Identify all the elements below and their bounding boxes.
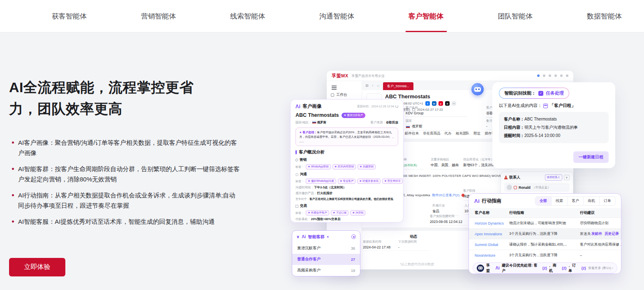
tag-pill[interactable]: ★ 高频营销 [358,164,376,169]
profile-card-title: 客户画像 [302,103,321,109]
sidebar-item-workbench[interactable]: 工作台 [327,90,362,100]
summary-label: ★ 客户总结： [299,131,317,134]
contacts-title: 联系人 [509,175,520,180]
open-document-tab[interactable]: 客户_559988... [383,82,413,90]
field-industry: 所属行业 食品 [432,204,459,216]
col-action-advice: 行动建议 [580,210,621,216]
view-more-link[interactable]: 查看更多 (剩10) › [588,266,613,270]
tag-pill[interactable]: ★ 专业客户 [338,179,356,184]
trade-field: 付款条款：20%预收+80%交单后 [295,217,398,221]
nav-tab-communication[interactable]: 沟通智能体 [316,0,358,32]
filter-tab-opportunity[interactable]: 商机 [583,197,599,205]
gear-icon[interactable] [351,234,356,239]
nearby-customers-link[interactable]: 附件20公里客户(2) [432,193,459,197]
action-guide-title: 行动指南 [482,197,501,204]
feature-item-profile: AI客户画像：聚合营销/沟通/订单等客户相关数据，提取客户特征生成可视化的客户画… [9,137,240,158]
tag-pill[interactable]: ★ 偏好WhatsApp沟通 [306,179,336,184]
filter-tab-all[interactable]: 全部 [536,197,551,205]
ai-assistant-avatar[interactable] [471,83,484,95]
refresh-icon[interactable] [395,105,398,108]
nav-tab-data[interactable]: 数据智能体 [584,0,625,32]
nav-tab-marketing[interactable]: 营销智能体 [138,0,179,32]
contacts-panel: 联系人 推荐联系人 + Ronald （市场总监） [501,172,573,196]
profile-section-title: 客户概况分析 [295,149,398,155]
tag-pill[interactable]: ★ 有竞争对手 [382,179,403,184]
tab-nearby[interactable]: 附近 [474,131,481,136]
window-toolbar-icons[interactable] [537,74,568,77]
segment-row-normal[interactable]: 普通合作客户27 [292,254,360,265]
tab-todo[interactable]: 代办 [445,131,452,136]
field-label: 国家 [406,119,467,123]
recommend-tag: (推荐联系) [404,163,417,167]
nav-tab-acquisition[interactable]: 获客智能体 [48,0,90,32]
table-row[interactable]: Summit Global 请确认报价，预计采购金额$1,400,... 客户对… [469,239,621,250]
app-logo: 孚盟MX [332,73,349,79]
tag-pill[interactable]: ★ 长期合作客户 [306,210,329,216]
contact-name: Ronald [519,186,531,190]
sparkle-icon: ★ [327,235,329,239]
add-contact-button[interactable]: + [564,175,570,180]
linkedin-icon[interactable]: in [432,101,436,106]
tab-emails[interactable]: 邮件往来 [405,131,419,136]
nav-tab-team[interactable]: 团队智能体 [494,0,536,32]
russia-flag-icon [312,121,316,124]
field-customer-name: 客户名称 KDV Group [406,106,467,117]
back-icon[interactable]: ‹ [372,84,374,88]
ai-skill-card: 智能识别技能： ✓ 任务处理 以下是AI生成的内容： 「客户日程」 客户名称：A… [492,82,615,168]
checkbox-icon: ✓ [538,91,543,96]
menu-icon[interactable] [332,87,337,88]
schedule-field: 日程内容：明天上午与客户沟通物流的事 [504,123,604,132]
ai-logo-icon: Λi [474,198,480,204]
field-country: 国家 俄罗斯 [406,119,467,131]
try-now-button[interactable]: 立即体验 [9,258,65,276]
tab-products[interactable]: 非在库商品 [423,131,441,136]
field-value: KDV Group [406,111,467,117]
profile-country: 国家/地区：俄罗斯 [295,121,326,125]
segment-row-frequent[interactable]: 高频采购客户19 [292,265,360,276]
table-row[interactable]: Apex Innovations 3个月无采购行为，活跃度下降 发送关 发邮件 … [469,228,621,239]
tag-pill[interactable]: ★ 对服务要求高 [357,179,381,184]
tags-label: 标签： [295,165,304,169]
filter-tab-customer[interactable]: 客户 [567,197,583,205]
filter-tab-order[interactable]: 订单 [599,197,615,205]
demo-data-footnote: *以上数据均为演示数据 [400,262,434,267]
tag-pill[interactable]: ★ 决策快 [350,210,365,216]
home-icon[interactable]: ⌂ [377,84,379,88]
recommend-contact-button[interactable]: 推荐联系人 [545,174,563,181]
doc-title: 「客户日程」 [549,103,575,109]
chevron-down-icon[interactable]: ∨ [296,234,300,239]
tab-team[interactable]: 相关团队 [456,131,470,136]
contact-role: （市场总监） [532,186,551,190]
contact-row[interactable]: Ronald （市场总监） [504,183,570,192]
field-value: - [398,245,429,251]
profile-source: 客户来源：谷歌投放 [371,121,399,125]
group-communication: 沟通 标签： ★ 偏好WhatsApp沟通 ★ 专业客户 ★ 对服务要求高 ★ … [295,172,398,201]
dynamics-header: 动态 [410,234,417,239]
pinterest-icon[interactable]: p [439,101,443,106]
calendar-icon [295,205,298,208]
create-schedule-button[interactable]: 一键新建日程 [573,151,609,163]
feature-item-service: AI智能客服：AI提炼优秀对话至话术库，智能生成的回复消息，辅助沟通 [9,216,240,227]
tag-pill[interactable]: ★ 下过订单 [331,210,349,216]
more-social-icon[interactable]: ⋯ [452,101,456,106]
avatar [507,185,512,190]
history-link[interactable]: 历史记录 [605,232,619,237]
schedule-summary-box: 客户名称：ABC Thermostats 日程内容：明天上午与客户沟通物流的事 … [499,112,609,143]
tiktok-icon[interactable]: d [445,101,450,106]
id-badge-icon [514,186,517,189]
nav-tab-customer[interactable]: 客户智能体 [405,0,447,32]
russia-flag-icon [406,125,410,128]
tag-pill[interactable]: ★ 30天内有营销 [332,164,356,169]
send-email-link[interactable]: 发邮件 [591,232,602,237]
clock-icon [295,173,298,176]
tag-pill[interactable]: ★ WhatsApp营销 [306,164,331,169]
facebook-icon[interactable]: f [425,101,430,106]
segment-row-silent[interactable]: 重潜沉默客户36 [292,243,360,254]
comm-field: 沟通时间段：下午3-5点（北京时间） [295,186,398,190]
filter-tab-leads[interactable]: 线索 [551,197,567,205]
table-row[interactable]: NovaVenture 3个月无采购行为，活跃度下降 – [469,250,621,260]
grid-icon[interactable]: ⊞ [365,84,369,88]
nav-tab-leads[interactable]: 线索智能体 [227,0,268,32]
stat-main-regions: 主要采购地区 中国、美国、越南 [431,158,460,169]
table-row[interactable]: Horizon Dynamics 物流计划未确认，可能影响发货时效 尽快明确物流… [469,218,621,228]
